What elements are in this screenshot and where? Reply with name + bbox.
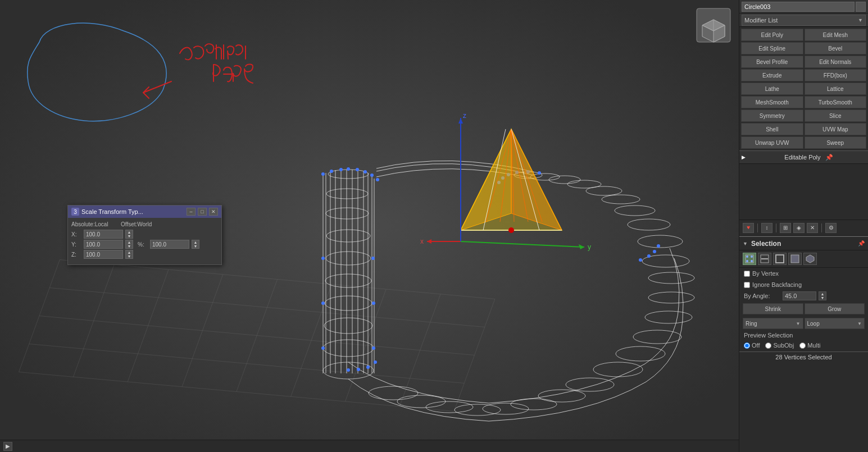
- by-vertex-checkbox[interactable]: [744, 271, 750, 277]
- preview-subobj-label[interactable]: SubObj: [773, 342, 794, 349]
- x-label: X:: [71, 231, 81, 238]
- loop-label: Loop: [807, 321, 820, 327]
- section-pin-icon: 📌: [858, 240, 865, 246]
- preview-multi-option[interactable]: Multi: [799, 342, 820, 349]
- sel-edge-icon[interactable]: [758, 253, 771, 265]
- editable-poly-header[interactable]: ▶ Editable Poly 📌: [739, 150, 868, 164]
- modifier-lattice[interactable]: Lattice: [805, 83, 867, 95]
- selection-icons-row: [739, 250, 868, 268]
- absolute-label: Absolute:Local: [71, 221, 116, 227]
- sel-poly-icon[interactable]: [788, 253, 802, 265]
- modifier-turbosmooth[interactable]: TurboSmooth: [805, 96, 867, 108]
- x-input[interactable]: [84, 230, 123, 239]
- z-input[interactable]: [84, 250, 123, 259]
- modifier-edit-normals[interactable]: Edit Normals: [805, 56, 867, 68]
- offset-fields: %: ▲▼: [138, 240, 199, 249]
- offset-label: Offset:World: [121, 221, 166, 227]
- svg-text:x: x: [420, 238, 424, 245]
- modifier-bevel[interactable]: Bevel: [805, 42, 867, 54]
- divider-1: [757, 223, 758, 232]
- modifier-dropdown-arrow: ▼: [858, 17, 863, 23]
- modifier-unwrap-uvw[interactable]: Unwrap UVW: [741, 136, 803, 149]
- modifier-extrude[interactable]: Extrude: [741, 69, 803, 81]
- preview-subobj-radio[interactable]: [765, 343, 771, 349]
- toolbar-funnel-icon[interactable]: 🔻: [743, 223, 754, 233]
- modifier-lathe[interactable]: Lathe: [741, 83, 803, 95]
- dialog-titlebar[interactable]: 3 Scale Transform Typ... – □ ✕: [68, 206, 221, 218]
- svg-point-103: [508, 227, 514, 233]
- modifier-edit-mesh[interactable]: Edit Mesh: [805, 29, 867, 41]
- sel-element-icon[interactable]: [803, 253, 817, 265]
- svg-text:z: z: [463, 112, 466, 120]
- by-angle-input[interactable]: [783, 291, 816, 300]
- y-input[interactable]: [84, 240, 123, 249]
- x-spinner[interactable]: ▲▼: [125, 230, 133, 239]
- ring-button[interactable]: Ring ▼: [743, 318, 803, 329]
- svg-point-69: [363, 170, 367, 174]
- svg-point-86: [538, 171, 541, 175]
- modifier-shell[interactable]: Shell: [741, 123, 803, 135]
- svg-marker-129: [806, 255, 814, 263]
- object-name-input[interactable]: [742, 2, 855, 12]
- loop-button[interactable]: Loop ▼: [805, 318, 865, 329]
- bottom-nav-arrow[interactable]: ▶: [3, 442, 12, 451]
- modifier-sweep[interactable]: Sweep: [805, 136, 867, 149]
- y-spinner[interactable]: ▲▼: [125, 240, 133, 249]
- svg-rect-128: [791, 255, 799, 263]
- svg-point-79: [372, 302, 375, 305]
- preview-subobj-option[interactable]: SubObj: [765, 342, 794, 349]
- modifier-ffd-box[interactable]: FFD(box): [805, 69, 867, 81]
- modifier-symmetry[interactable]: Symmetry: [741, 109, 803, 122]
- pct-input[interactable]: [150, 240, 189, 249]
- toolbar-delete-icon[interactable]: ✕: [807, 223, 818, 233]
- pct-spinner[interactable]: ▲▼: [192, 240, 199, 249]
- modifier-toolbar: 🔻 ↕ ⊞ ◈ ✕ ⚙: [739, 220, 868, 236]
- ring-label: Ring: [746, 321, 757, 327]
- modifier-edit-spline[interactable]: Edit Spline: [741, 42, 803, 54]
- svg-point-71: [376, 178, 379, 181]
- modifier-list-dropdown[interactable]: Modifier List ▼: [742, 15, 866, 26]
- modifier-uvw-map[interactable]: UVW Map: [805, 123, 867, 135]
- y-label: Y:: [71, 241, 81, 248]
- editable-poly-label: Editable Poly: [784, 154, 825, 161]
- modifier-slice[interactable]: Slice: [805, 109, 867, 122]
- shrink-button[interactable]: Shrink: [743, 303, 803, 314]
- toolbar-unique-icon[interactable]: ◈: [793, 223, 805, 233]
- pct-label: %:: [138, 241, 148, 248]
- preview-multi-radio[interactable]: [799, 343, 806, 349]
- modifier-edit-poly[interactable]: Edit Poly: [741, 29, 803, 41]
- svg-point-72: [347, 368, 350, 372]
- grow-button[interactable]: Grow: [805, 303, 865, 314]
- shrink-grow-row: Shrink Grow: [739, 302, 868, 316]
- object-color-swatch[interactable]: [856, 2, 866, 12]
- modifier-bevel-profile[interactable]: Bevel Profile: [741, 56, 803, 68]
- by-angle-spinner[interactable]: ▲ ▼: [819, 291, 826, 300]
- sel-vertex-icon[interactable]: [743, 253, 756, 265]
- preview-off-option[interactable]: Off: [744, 342, 760, 349]
- sel-border-icon[interactable]: [773, 253, 787, 265]
- modifier-meshsmooth[interactable]: MeshSmooth: [741, 96, 803, 108]
- preview-off-label[interactable]: Off: [752, 342, 760, 349]
- absolute-fields: X: ▲▼ Y: ▲▼ Z:: [71, 230, 133, 259]
- preview-multi-label[interactable]: Multi: [807, 342, 820, 349]
- toolbar-settings-icon[interactable]: ⚙: [825, 223, 837, 233]
- svg-point-65: [330, 170, 333, 173]
- selection-title: Selection: [751, 240, 781, 248]
- dialog-number: 3: [71, 208, 79, 216]
- modifier-stack-area[interactable]: [739, 164, 868, 220]
- selection-section-header[interactable]: ▼ Selection 📌: [739, 236, 868, 250]
- ignore-backfacing-checkbox[interactable]: [744, 282, 750, 288]
- toolbar-instance-icon[interactable]: ⊞: [780, 223, 791, 233]
- svg-point-84: [653, 250, 656, 253]
- dialog-restore[interactable]: □: [198, 208, 207, 216]
- dialog-minimize[interactable]: –: [187, 208, 196, 216]
- main-viewport[interactable]: x y z 3 Scale Transform Typ... –: [0, 0, 739, 452]
- preview-off-radio[interactable]: [744, 343, 750, 349]
- ignore-backfacing-label[interactable]: Ignore Backfacing: [752, 281, 802, 288]
- modifier-grid: Edit Poly Edit Mesh Edit Spline Bevel Be…: [739, 27, 868, 150]
- z-spinner[interactable]: ▲▼: [125, 250, 133, 259]
- by-vertex-label[interactable]: By Vertex: [752, 270, 779, 277]
- dialog-close[interactable]: ✕: [209, 208, 218, 216]
- modifier-list-bar: Modifier List ▼: [739, 13, 868, 27]
- toolbar-move-icon[interactable]: ↕: [761, 223, 772, 233]
